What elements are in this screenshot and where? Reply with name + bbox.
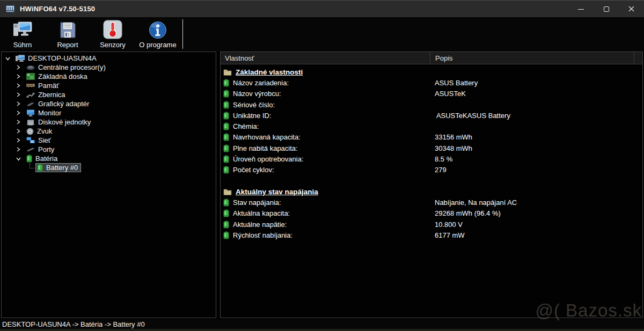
chevron-right-icon[interactable] — [16, 73, 21, 79]
computer-icon — [16, 55, 25, 62]
toolbar-button-s-hrn[interactable]: Súhrn — [0, 17, 45, 52]
property-row-s-riov-slo[interactable]: Sériové číslo: — [221, 99, 642, 110]
tree-item-label: Battery #0 — [46, 164, 78, 172]
chevron-right-icon[interactable] — [16, 128, 21, 134]
property-row-po-et-cyklov[interactable]: Počet cyklov:279 — [221, 165, 642, 175]
disk-icon — [26, 119, 35, 126]
chevron-down-icon[interactable] — [5, 55, 11, 61]
property-label: Úroveň opotrebovania: — [233, 155, 304, 163]
battery-icon — [37, 164, 43, 172]
tree-item-diskov-jednotky[interactable]: Diskové jednotky — [2, 117, 216, 127]
tree-item-zvuk[interactable]: Zvuk — [2, 127, 216, 136]
maximize-button[interactable] — [594, 1, 619, 18]
chevron-right-icon[interactable] — [16, 119, 21, 125]
tree-item-z-kladn-doska[interactable]: Základná doska — [2, 72, 216, 81]
gpu-icon — [26, 101, 35, 107]
battery-icon — [26, 155, 32, 163]
close-button[interactable] — [619, 1, 644, 18]
tree-item-label: Pamäť — [38, 82, 59, 90]
property-row-aktu-lne-nap-tie[interactable]: Aktuálne napätie:10.800 V — [221, 219, 642, 230]
chevron-right-icon[interactable] — [16, 110, 21, 116]
chevron-down-icon[interactable] — [16, 156, 21, 161]
property-label-cell: Úroveň opotrebovania: — [221, 155, 430, 163]
bus-icon — [26, 92, 35, 98]
toolbar-button-label: Report — [57, 41, 78, 49]
property-label-cell: Názov výrobcu: — [221, 90, 430, 98]
tree-item-box: Centrálne procesor(y) — [25, 63, 108, 72]
tree-item-monitor[interactable]: Monitor — [2, 108, 216, 117]
floppy-report-icon — [59, 20, 76, 39]
chevron-right-icon[interactable] — [16, 64, 21, 70]
property-row-aktu-lna-kapacita[interactable]: Aktuálna kapacita:29268 mWh (96.4 %) — [221, 208, 642, 219]
tree-item-grafick-adapt-r[interactable]: Grafický adaptér — [2, 99, 216, 108]
property-row-navrhovan-kapacita[interactable]: Navrhovaná kapacita:33156 mWh — [221, 132, 642, 143]
section-header-z-kladn-vlastnosti[interactable]: Základné vlastnosti — [221, 67, 642, 77]
property-row-ch-mia[interactable]: Chémia: — [221, 121, 642, 131]
toolbar: SúhrnReportSenzoryO programe — [0, 17, 644, 52]
chevron-right-icon[interactable] — [16, 92, 21, 98]
tree-item-centr-lne-procesor-y[interactable]: Centrálne procesor(y) — [2, 63, 216, 72]
window-title: HWiNFO64 v7.50-5150 — [20, 5, 95, 13]
network-icon — [26, 137, 35, 144]
property-label: Počet cyklov: — [233, 166, 274, 174]
tree-item-desktop-uasun4a[interactable]: DESKTOP-UASUN4A — [2, 54, 216, 63]
tree-item-box: Monitor — [25, 108, 64, 117]
tree-item-label: Základná doska — [38, 72, 87, 80]
tree-item-bat-ria[interactable]: Batéria — [2, 154, 216, 163]
close-icon — [628, 4, 634, 14]
toolbar-button-o-programe[interactable]: O programe — [135, 17, 180, 52]
tree-item-label: Monitor — [38, 109, 61, 117]
property-row-r-chlos-nab-jania[interactable]: Rýchlosť nabíjania:6177 mW — [221, 230, 642, 240]
battery-icon — [223, 155, 229, 163]
property-label-cell: Chémia: — [221, 122, 430, 130]
minimize-button[interactable] — [568, 1, 594, 18]
property-row-unik-tne-id[interactable]: Unikátne ID: ASUSTeKASUS Battery — [221, 110, 642, 121]
info-about-icon — [149, 20, 167, 39]
property-row-n-zov-zariadenia[interactable]: Názov zariadenia:ASUS Battery — [221, 77, 642, 88]
chevron-right-icon[interactable] — [16, 83, 21, 89]
property-value: 279 — [430, 166, 447, 174]
computer-summary-icon — [13, 20, 32, 39]
tree-item-porty[interactable]: Porty — [2, 145, 216, 154]
property-label-cell: Aktuálna kapacita: — [221, 209, 430, 217]
chevron-right-icon[interactable] — [16, 146, 21, 152]
tree-connector-line — [30, 163, 34, 168]
status-bar: DESKTOP-UASUN4A -> Batéria -> Battery #0 — [0, 319, 644, 329]
property-label: Chémia: — [233, 122, 259, 130]
column-header-description[interactable]: Popis — [430, 52, 634, 64]
tree-item-zbernica[interactable]: Zbernica — [2, 90, 216, 99]
property-row-rove-opotrebovania[interactable]: Úroveň opotrebovania:8.5 % — [221, 153, 642, 164]
monitor-icon — [26, 109, 35, 116]
property-row-plne-nabit-kapacita[interactable]: Plne nabitá kapacita:30348 mWh — [221, 143, 642, 153]
property-label-cell: Unikátne ID: — [221, 112, 430, 120]
tree-item-pam[interactable]: Pamäť — [2, 81, 216, 90]
toolbar-button-label: Senzory — [100, 41, 126, 49]
battery-icon — [223, 166, 229, 174]
toolbar-button-report[interactable]: Report — [45, 17, 90, 52]
tree: DESKTOP-UASUN4ACentrálne procesor(y)Zákl… — [2, 54, 216, 172]
property-row-stav-nap-jania[interactable]: Stav napájania:Nabíjanie, Na napájaní AC — [221, 197, 642, 208]
section-header-aktu-lny-stav-nap-jania[interactable]: Aktuálny stav napájania — [221, 186, 642, 197]
tree-item-sie[interactable]: Sieť — [2, 136, 216, 145]
battery-icon — [223, 209, 229, 217]
hwinfo-logo-icon — [5, 5, 15, 13]
property-value: 6177 mW — [430, 231, 465, 239]
battery-icon — [223, 101, 229, 109]
property-label: Rýchlosť nabíjania: — [233, 231, 292, 239]
tree-item-box: Zbernica — [25, 90, 68, 99]
status-breadcrumb: DESKTOP-UASUN4A -> Batéria -> Battery #0 — [2, 320, 145, 328]
tree-item-battery-#0[interactable]: Battery #0 — [2, 163, 216, 172]
chevron-right-icon[interactable] — [16, 137, 21, 143]
column-header-property[interactable]: Vlastnosť — [221, 54, 430, 62]
property-label: Sériové číslo: — [233, 101, 275, 109]
battery-icon — [223, 112, 229, 120]
property-value: 29268 mWh (96.4 %) — [430, 209, 501, 217]
property-section-z-kladn-vlastnosti: Základné vlastnostiNázov zariadenia:ASUS… — [221, 67, 642, 175]
toolbar-button-senzory[interactable]: Senzory — [90, 17, 135, 52]
ports-icon — [26, 147, 35, 152]
property-label: Navrhovaná kapacita: — [233, 133, 301, 141]
tree-item-box: Sieť — [25, 136, 54, 145]
chevron-right-icon[interactable] — [16, 101, 21, 107]
property-row-n-zov-v-robcu[interactable]: Názov výrobcu:ASUSTeK — [221, 89, 642, 99]
toolbar-button-label: Súhrn — [13, 41, 32, 49]
